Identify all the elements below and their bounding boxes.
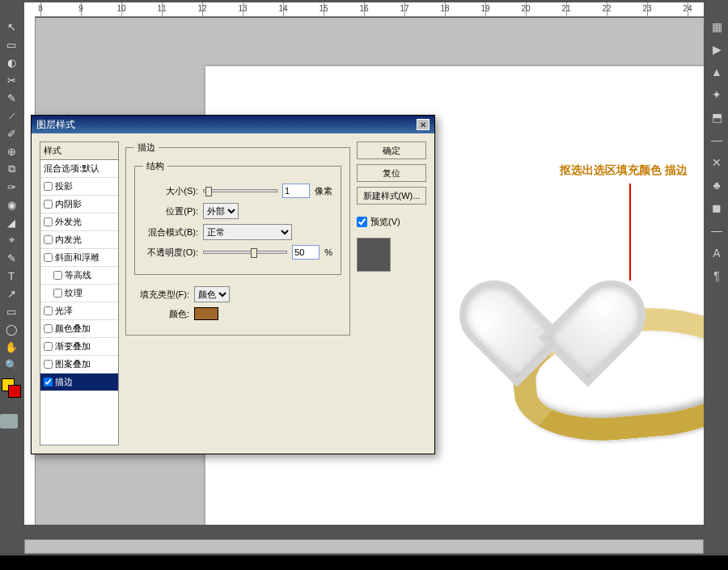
- fill-type-select[interactable]: 颜色: [194, 286, 230, 302]
- style-check-9[interactable]: [44, 342, 53, 351]
- tool-1[interactable]: ▭: [0, 36, 23, 53]
- tool-11[interactable]: ◢: [0, 213, 23, 231]
- size-label: 大小(S):: [143, 185, 198, 197]
- tool-9[interactable]: ✑: [0, 178, 23, 196]
- cancel-button[interactable]: 复位: [357, 164, 426, 182]
- tool-15[interactable]: ↗: [0, 285, 23, 302]
- tool-12[interactable]: ⌖: [0, 231, 23, 249]
- annotation-text: 抠选出选区填充颜色 描边: [560, 163, 688, 178]
- panel-icon-4[interactable]: ⬒: [708, 108, 726, 126]
- preview-checkbox[interactable]: [357, 217, 367, 227]
- panel-icon-6[interactable]: ✕: [708, 154, 726, 171]
- panel-icon-8[interactable]: ◼: [708, 199, 726, 217]
- style-check-7[interactable]: [44, 306, 53, 315]
- panel-icon-0[interactable]: ▦: [708, 18, 726, 36]
- dialog-titlebar[interactable]: 图层样式 ✕: [32, 116, 434, 133]
- dialog-title: 图层样式: [36, 118, 75, 132]
- styles-list: 样式 混合选项:默认 投影内阴影外发光内发光斜面和浮雕 等高线 纹理光泽颜色叠加…: [40, 141, 119, 445]
- color-swatch[interactable]: [194, 307, 218, 320]
- ruler-horizontal: 89101112131415161718192021222324: [24, 2, 704, 17]
- size-input[interactable]: [282, 184, 310, 198]
- stroke-fieldset: 描边 结构 大小(S): 像素 位置(P): 外部 混合模式(B):: [125, 141, 350, 336]
- bottom-bar: [24, 525, 704, 536]
- preview-swatch: [357, 238, 391, 272]
- style-item-6[interactable]: 纹理: [40, 285, 118, 302]
- ok-button[interactable]: 确定: [357, 141, 426, 159]
- style-check-3[interactable]: [44, 235, 53, 244]
- watermark-bar: [0, 555, 728, 570]
- style-item-3[interactable]: 内发光: [40, 231, 118, 249]
- style-item-5[interactable]: 等高线: [40, 267, 118, 285]
- dialog-buttons: 确定 复位 新建样式(W)... 预览(V): [357, 141, 426, 445]
- tool-14[interactable]: T: [0, 267, 23, 285]
- size-slider[interactable]: [203, 189, 277, 192]
- style-item-7[interactable]: 光泽: [40, 302, 118, 320]
- tool-16[interactable]: ▭: [0, 302, 23, 320]
- style-item-8[interactable]: 颜色叠加: [40, 320, 118, 338]
- tool-5[interactable]: ⟋: [0, 107, 23, 125]
- tool-4[interactable]: ✎: [0, 89, 23, 107]
- tool-19[interactable]: 🔍: [0, 356, 23, 374]
- tool-7[interactable]: ⊕: [0, 142, 23, 160]
- panel-icon-11[interactable]: ¶: [708, 267, 726, 285]
- style-item-1[interactable]: 内阴影: [40, 196, 118, 213]
- style-check-5[interactable]: [53, 271, 62, 280]
- style-check-8[interactable]: [44, 324, 53, 333]
- panel-icon-5[interactable]: —: [708, 131, 726, 149]
- tool-3[interactable]: ✂: [0, 71, 23, 89]
- tool-palette: ↖▭◐✂✎⟋✐⊕⧉✑◉◢⌖✎T↗▭◯✋🔍: [0, 18, 23, 429]
- blend-mode-label: 混合模式(B):: [143, 226, 198, 239]
- opacity-label: 不透明度(O):: [143, 247, 198, 259]
- horizontal-scrollbar[interactable]: [24, 539, 704, 554]
- style-item-9[interactable]: 渐变叠加: [40, 338, 118, 356]
- fill-type-label: 填充类型(F):: [134, 289, 189, 301]
- options-panel: 描边 结构 大小(S): 像素 位置(P): 外部 混合模式(B):: [125, 141, 350, 445]
- tool-0[interactable]: ↖: [0, 18, 23, 36]
- opacity-slider[interactable]: [203, 251, 287, 254]
- position-label: 位置(P):: [143, 205, 198, 217]
- style-item-2[interactable]: 外发光: [40, 213, 118, 231]
- panel-icon-1[interactable]: ▶: [708, 40, 726, 58]
- blend-default-row[interactable]: 混合选项:默认: [40, 160, 118, 178]
- style-item-11[interactable]: 描边: [40, 374, 118, 391]
- quickmask-icon[interactable]: [0, 414, 18, 429]
- ring-image: [448, 212, 704, 438]
- structure-fieldset: 结构 大小(S): 像素 位置(P): 外部 混合模式(B): 正常: [134, 160, 341, 275]
- tool-18[interactable]: ✋: [0, 338, 23, 356]
- tool-8[interactable]: ⧉: [0, 160, 23, 178]
- panel-icon-10[interactable]: A: [708, 244, 726, 262]
- panel-icon-3[interactable]: ✦: [708, 86, 726, 103]
- panel-icon-7[interactable]: ♣: [708, 176, 726, 194]
- style-check-6[interactable]: [53, 289, 62, 298]
- right-panel-icons: ▦▶▲✦⬒—✕♣◼—A¶: [705, 18, 728, 285]
- color-swatches[interactable]: [0, 378, 21, 399]
- panel-icon-2[interactable]: ▲: [708, 63, 726, 81]
- style-check-0[interactable]: [44, 182, 53, 191]
- style-check-11[interactable]: [44, 378, 53, 386]
- close-icon[interactable]: ✕: [417, 119, 430, 130]
- preview-label: 预览(V): [370, 216, 400, 228]
- tool-2[interactable]: ◐: [0, 53, 23, 71]
- style-item-4[interactable]: 斜面和浮雕: [40, 249, 118, 267]
- tool-10[interactable]: ◉: [0, 196, 23, 213]
- tool-13[interactable]: ✎: [0, 249, 23, 267]
- styles-header[interactable]: 样式: [40, 142, 118, 160]
- blend-mode-select[interactable]: 正常: [203, 224, 292, 240]
- new-style-button[interactable]: 新建样式(W)...: [357, 187, 426, 205]
- tool-6[interactable]: ✐: [0, 125, 23, 142]
- style-item-0[interactable]: 投影: [40, 178, 118, 196]
- tool-17[interactable]: ◯: [0, 320, 23, 338]
- opacity-input[interactable]: [292, 245, 320, 260]
- style-check-1[interactable]: [44, 200, 53, 209]
- style-check-2[interactable]: [44, 217, 53, 226]
- style-check-4[interactable]: [44, 253, 53, 262]
- position-select[interactable]: 外部: [203, 203, 239, 219]
- panel-icon-9[interactable]: —: [708, 222, 726, 239]
- color-label: 颜色:: [134, 308, 189, 320]
- layer-style-dialog: 图层样式 ✕ 样式 混合选项:默认 投影内阴影外发光内发光斜面和浮雕 等高线 纹…: [31, 115, 435, 454]
- style-item-10[interactable]: 图案叠加: [40, 356, 118, 374]
- style-check-10[interactable]: [44, 360, 53, 369]
